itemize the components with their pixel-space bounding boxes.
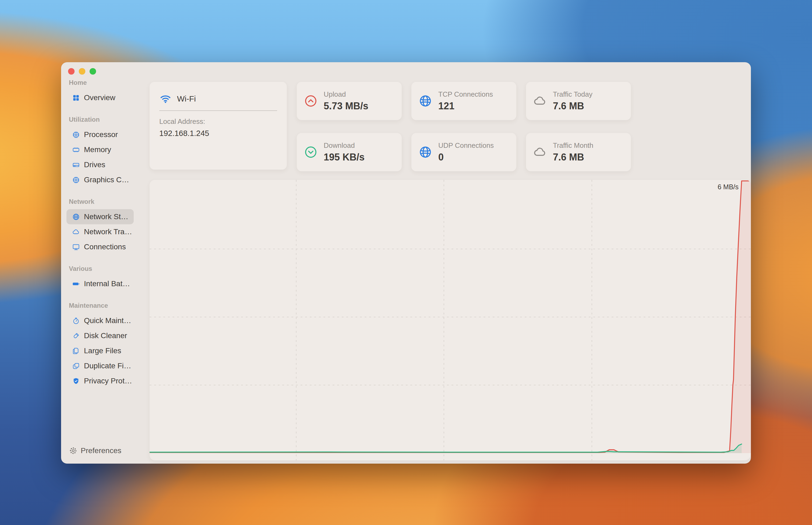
sidebar-item-label: Connections	[84, 243, 126, 251]
sidebar-section-label: Various	[61, 261, 150, 276]
paintbrush-icon	[72, 332, 80, 340]
sidebar-section-maintenance: MaintenanceQuick Maint…Disk CleanerLarge…	[61, 298, 150, 389]
upload-circle-icon	[304, 94, 318, 108]
sidebar-item-duplicate-fi[interactable]: Duplicate Fi…	[66, 358, 134, 373]
stat-label: TCP Connections	[438, 90, 493, 99]
stat-card-tcp-connections: TCP Connections121	[411, 82, 516, 120]
globe-icon	[418, 145, 432, 159]
cpu-icon	[72, 131, 80, 139]
gear-icon	[69, 447, 77, 455]
duplicate-icon	[72, 362, 80, 370]
sidebar-item-network-tra[interactable]: Network Tra…	[66, 224, 134, 239]
memory-icon	[72, 146, 80, 154]
stopwatch-icon	[72, 317, 80, 325]
stat-value: 195 KB/s	[324, 152, 364, 163]
sidebar-item-internal-bat[interactable]: Internal Bat…	[66, 276, 134, 291]
sidebar-item-label: Graphics C…	[84, 176, 129, 184]
sidebar-section-label: Utilization	[61, 112, 150, 127]
sidebar-item-label: Internal Bat…	[84, 280, 130, 288]
sidebar-item-label: Disk Cleaner	[84, 331, 127, 340]
stat-value: 7.6 MB	[553, 101, 592, 112]
globe-icon	[418, 94, 432, 108]
drive-icon	[72, 161, 80, 169]
sidebar-item-label: Processor	[84, 130, 118, 139]
cloud-icon	[533, 145, 547, 159]
grid-icon	[72, 94, 80, 102]
interface-title: Wi-Fi	[177, 94, 196, 103]
sidebar-item-large-files[interactable]: Large Files	[66, 343, 134, 358]
stat-card-upload: Upload5.73 MB/s	[297, 82, 402, 120]
stat-card-download: Download195 KB/s	[297, 133, 402, 171]
sidebar-item-disk-cleaner[interactable]: Disk Cleaner	[66, 328, 134, 343]
stat-label: Download	[324, 141, 364, 150]
preferences-button[interactable]: Preferences	[65, 443, 126, 458]
sidebar-section-various: VariousInternal Bat…	[61, 261, 150, 291]
sidebar-item-label: Drives	[84, 161, 105, 169]
stat-card-traffic-today: Traffic Today7.6 MB	[526, 82, 631, 120]
chart-max-label: 6 MB/s	[718, 183, 738, 191]
sidebar-item-label: Duplicate Fi…	[84, 362, 131, 370]
stat-label: Traffic Month	[553, 141, 593, 150]
stat-card-traffic-month: Traffic Month7.6 MB	[526, 133, 631, 171]
documents-icon	[72, 347, 80, 355]
sidebar-section-label: Maintenance	[61, 298, 150, 313]
battery-icon	[72, 280, 80, 288]
stat-value: 5.73 MB/s	[324, 101, 368, 112]
sidebar-item-memory[interactable]: Memory	[66, 142, 134, 157]
stat-value: 0	[438, 152, 494, 163]
stat-value: 7.6 MB	[553, 152, 593, 163]
sidebar-item-overview[interactable]: Overview	[66, 90, 134, 105]
stat-card-udp-connections: UDP Connections0	[411, 133, 516, 171]
sidebar-section-label: Home	[61, 75, 150, 90]
chart-canvas	[150, 180, 751, 460]
gpu-icon	[72, 176, 80, 184]
network-usage-chart: 6 MB/s	[150, 180, 751, 460]
sidebar-section-utilization: UtilizationProcessorMemoryDrivesGraphics…	[61, 112, 150, 188]
sidebar-item-network-st[interactable]: Network St…	[66, 209, 134, 224]
sidebar: HomeOverviewUtilizationProcessorMemoryDr…	[61, 62, 150, 464]
sidebar-item-label: Large Files	[84, 346, 121, 355]
divider	[159, 110, 277, 111]
interface-card: Wi-Fi Local Address: 192.168.1.245	[150, 82, 287, 170]
sidebar-item-label: Network Tra…	[84, 227, 132, 236]
sidebar-item-label: Privacy Prot…	[84, 377, 132, 385]
sidebar-item-privacy-prot[interactable]: Privacy Prot…	[66, 373, 134, 389]
stat-label: Upload	[324, 90, 368, 99]
cloud-icon	[533, 94, 547, 108]
sidebar-item-drives[interactable]: Drives	[66, 157, 134, 172]
sidebar-section-label: Network	[61, 194, 150, 209]
preferences-label: Preferences	[81, 446, 121, 455]
sidebar-item-label: Overview	[84, 93, 115, 102]
sidebar-section-network: NetworkNetwork St…Network Tra…Connection…	[61, 194, 150, 254]
stat-label: UDP Connections	[438, 141, 494, 150]
globe-icon	[72, 213, 80, 221]
sidebar-item-graphics-c[interactable]: Graphics C…	[66, 172, 134, 188]
display-icon	[72, 243, 80, 251]
sidebar-item-label: Memory	[84, 145, 111, 154]
local-address-value: 192.168.1.245	[159, 129, 277, 138]
sidebar-item-processor[interactable]: Processor	[66, 127, 134, 142]
shield-check-icon	[72, 377, 80, 385]
cloud-icon	[72, 228, 80, 236]
sidebar-section-home: HomeOverview	[61, 75, 150, 105]
local-address-label: Local Address:	[159, 117, 277, 126]
sidebar-item-label: Network St…	[84, 212, 128, 221]
stat-label: Traffic Today	[553, 90, 592, 99]
sidebar-item-quick-maint[interactable]: Quick Maint…	[66, 313, 134, 328]
stat-value: 121	[438, 101, 493, 112]
app-window: HomeOverviewUtilizationProcessorMemoryDr…	[61, 62, 751, 464]
wifi-icon	[159, 93, 172, 105]
download-circle-icon	[304, 145, 318, 159]
sidebar-item-label: Quick Maint…	[84, 316, 131, 325]
sidebar-item-connections[interactable]: Connections	[66, 239, 134, 254]
